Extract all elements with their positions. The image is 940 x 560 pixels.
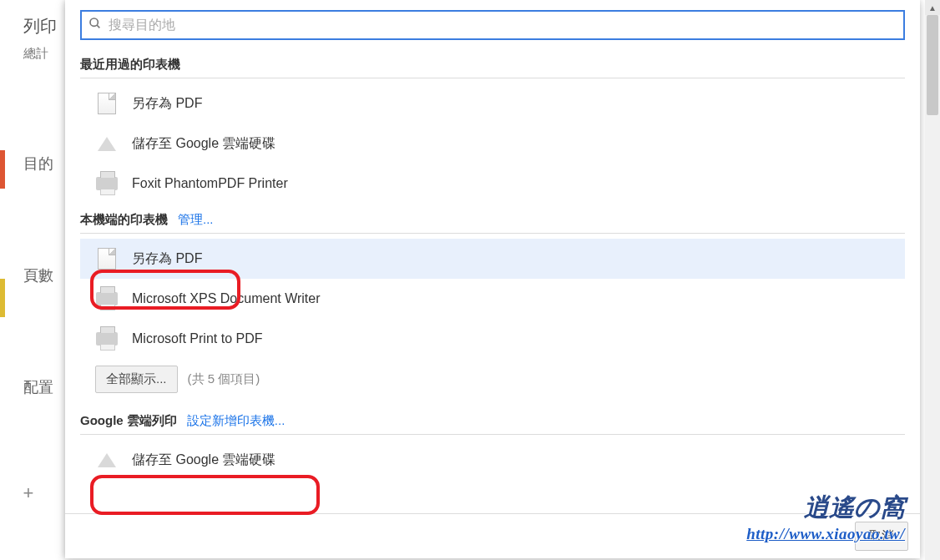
printer-item-cloud-drive[interactable]: 儲存至 Google 雲端硬碟 (80, 440, 905, 480)
manage-link[interactable]: 管理... (178, 212, 214, 228)
local-printer-list: 另存為 PDF Microsoft XPS Document Writer Mi… (80, 239, 905, 405)
section-heading-recent: 最近用過的印表機 (80, 57, 905, 78)
destination-dialog: 最近用過的印表機 另存為 PDF 儲存至 Google 雲端硬碟 Foxit P… (65, 0, 920, 558)
document-icon (95, 92, 119, 115)
page-scrollbar[interactable]: ▲ (925, 0, 940, 560)
show-all-button[interactable]: 全部顯示... (95, 366, 178, 393)
search-icon (88, 17, 102, 34)
printer-item-xps[interactable]: Microsoft XPS Document Writer (80, 279, 905, 319)
printer-label: Foxit PhantomPDF Printer (132, 176, 288, 191)
scroll-thumb[interactable] (927, 15, 938, 115)
heading-label: Google 雲端列印 (80, 413, 177, 429)
printer-label: 另存為 PDF (132, 250, 202, 268)
heading-label: 本機端的印表機 (80, 212, 168, 228)
scroll-up-arrow[interactable]: ▲ (925, 0, 940, 15)
section-heading-local: 本機端的印表機 管理... (80, 212, 905, 234)
drive-icon (95, 132, 119, 155)
svg-point-0 (90, 18, 98, 26)
sidebar-item-destination: 目的 (23, 154, 67, 174)
printer-label: 另存為 PDF (132, 95, 202, 113)
section-heading-cloud: Google 雲端列印 設定新增印表機... (80, 413, 905, 435)
item-count-text: (共 5 個項目) (188, 371, 260, 387)
printer-label: Microsoft Print to PDF (132, 331, 262, 346)
drive-icon (95, 448, 119, 472)
printer-label: 儲存至 Google 雲端硬碟 (132, 452, 275, 469)
cancel-button[interactable]: 取消 (855, 522, 908, 551)
printer-item-pdf[interactable]: 另存為 PDF (80, 83, 905, 124)
printer-icon (95, 327, 119, 351)
svg-line-1 (97, 25, 99, 28)
sidebar-subtitle: 總計 (23, 46, 67, 62)
printer-item-drive[interactable]: 儲存至 Google 雲端硬碟 (80, 124, 905, 164)
printer-label: Microsoft XPS Document Writer (132, 291, 321, 306)
sidebar-item-layout: 配置 (23, 377, 67, 397)
search-field-wrap[interactable] (80, 10, 905, 40)
sidebar-color-indicators (0, 150, 5, 317)
printer-icon (95, 287, 119, 310)
setup-cloud-link[interactable]: 設定新增印表機... (187, 413, 286, 429)
dialog-footer: 取消 (65, 513, 920, 558)
printer-icon (95, 172, 119, 195)
printer-item-pdf-local[interactable]: 另存為 PDF (80, 239, 905, 279)
recent-printer-list: 另存為 PDF 儲存至 Google 雲端硬碟 Foxit PhantomPDF… (80, 83, 905, 204)
printer-label: 儲存至 Google 雲端硬碟 (132, 135, 275, 153)
printer-item-foxit[interactable]: Foxit PhantomPDF Printer (80, 164, 905, 204)
sidebar-title: 列印 (23, 15, 67, 38)
heading-label: 最近用過的印表機 (80, 57, 180, 73)
app-root: 列印 總計 目的 頁數 配置 + 最近用過的印表機 另存為 PDF 儲 (0, 0, 940, 560)
cloud-printer-list: 儲存至 Google 雲端硬碟 (80, 440, 905, 480)
search-input[interactable] (109, 18, 897, 33)
add-tab-icon[interactable]: + (17, 482, 40, 506)
printer-item-msprintpdf[interactable]: Microsoft Print to PDF (80, 319, 905, 359)
print-sidebar: 列印 總計 目的 頁數 配置 (0, 0, 67, 560)
sidebar-item-pages: 頁數 (23, 265, 67, 285)
document-icon (95, 247, 119, 270)
show-all-row: 全部顯示... (共 5 個項目) (80, 359, 905, 405)
